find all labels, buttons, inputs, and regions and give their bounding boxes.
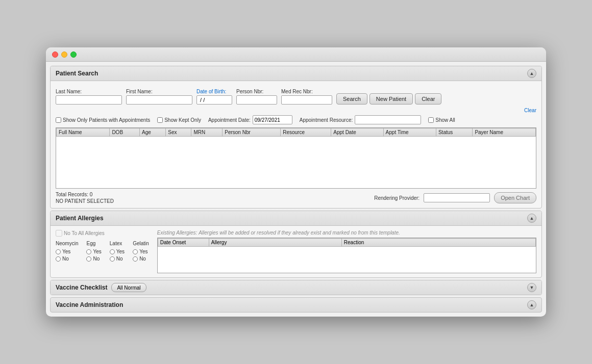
latex-no-radio[interactable] — [110, 256, 115, 262]
egg-no-radio[interactable] — [86, 256, 91, 262]
no-allergies-label: No To All Allergies — [64, 230, 105, 236]
col-status: Status — [436, 128, 472, 137]
clear-button[interactable]: Clear — [415, 93, 441, 105]
gelatin-yes-radio[interactable] — [133, 249, 138, 254]
show-all-checkbox-label[interactable]: Show All — [428, 117, 455, 123]
patient-search-body: Last Name: First Name: Date of Birth: Pe… — [51, 81, 541, 208]
existing-allergies-note: Allergies will be added or resolved if t… — [199, 230, 400, 236]
show-kept-only-checkbox[interactable] — [157, 117, 163, 123]
options-row: Show Only Patients with Appointments Sho… — [56, 115, 536, 124]
gelatin-yes-label[interactable]: Yes — [133, 249, 149, 254]
patient-allergies-title: Patient Allergies — [56, 215, 104, 222]
neomycin-no-radio[interactable] — [56, 256, 61, 262]
col-sex: Sex — [166, 128, 191, 137]
last-name-group: Last Name: — [56, 89, 122, 105]
window-content: Patient Search ▲ Last Name: First Name: … — [46, 62, 546, 317]
allergies-left: No To All Allergies Neomycin Yes — [56, 230, 149, 273]
appointment-resource-field: Appointment Resource: — [300, 115, 422, 124]
egg-yes-label[interactable]: Yes — [86, 249, 101, 254]
open-chart-button[interactable]: Open Chart — [494, 192, 536, 203]
appointment-date-label: Appointment Date: — [208, 117, 251, 123]
col-appt-date: Appt Date — [331, 128, 383, 137]
traffic-lights — [52, 51, 77, 58]
vaccine-administration-section: Vaccine Administration ▲ — [50, 297, 542, 313]
show-only-patients-checkbox[interactable] — [56, 117, 61, 123]
first-name-group: First Name: — [126, 89, 192, 105]
col-person-nbr: Person Nbr — [223, 128, 281, 137]
allergy-item-latex: Latex Yes No — [110, 241, 125, 262]
egg-yes-radio[interactable] — [86, 249, 91, 254]
patient-table: Full Name DOB Age Sex MRN Person Nbr Res… — [56, 128, 536, 137]
vaccine-checklist-left: Vaccine Checklist All Normal — [56, 283, 146, 292]
clear-link[interactable]: Clear — [524, 108, 536, 113]
search-button[interactable]: Search — [336, 93, 367, 105]
gelatin-no-radio[interactable] — [133, 256, 138, 262]
appointment-resource-label: Appointment Resource: — [300, 117, 353, 123]
all-normal-button[interactable]: All Normal — [111, 283, 146, 292]
neomycin-yes-label[interactable]: Yes — [56, 249, 78, 254]
show-kept-only-label: Show Kept Only — [164, 117, 201, 123]
gelatin-label: Gelatin — [133, 241, 149, 246]
allergies-body: No To All Allergies Neomycin Yes — [51, 226, 541, 277]
egg-label: Egg — [86, 241, 101, 246]
allergy-col-allergy: Allergy — [209, 239, 341, 247]
titlebar — [46, 47, 546, 62]
search-footer: Total Records: 0 NO PATIENT SELECTED Ren… — [56, 192, 536, 204]
show-all-label: Show All — [435, 117, 455, 123]
vaccine-administration-collapse[interactable]: ▲ — [527, 300, 536, 309]
latex-yes-label[interactable]: Yes — [110, 249, 125, 254]
appointment-resource-input[interactable] — [355, 115, 421, 124]
col-appt-time: Appt Time — [383, 128, 436, 137]
last-name-label: Last Name: — [56, 89, 122, 94]
no-allergies-checkbox-label[interactable]: No To All Allergies — [56, 230, 149, 237]
latex-no-label[interactable]: No — [110, 256, 125, 262]
person-nbr-input[interactable] — [236, 95, 277, 105]
total-records: Total Records: 0 — [56, 192, 114, 197]
existing-allergies-header: Existing Allergies: Allergies will be ad… — [157, 230, 536, 236]
col-age: Age — [140, 128, 166, 137]
gelatin-no-label[interactable]: No — [133, 256, 149, 262]
col-full-name: Full Name — [57, 128, 110, 137]
show-kept-only-checkbox-label[interactable]: Show Kept Only — [157, 117, 201, 123]
allergy-items: Neomycin Yes No Egg — [56, 241, 149, 262]
patient-search-title: Patient Search — [56, 70, 98, 77]
dob-label: Date of Birth: — [196, 89, 232, 94]
dob-group: Date of Birth: — [196, 89, 232, 105]
med-rec-nbr-group: Med Rec Nbr: — [281, 89, 332, 105]
close-button[interactable] — [52, 51, 58, 58]
person-nbr-label: Person Nbr: — [236, 89, 277, 94]
vaccine-checklist-title: Vaccine Checklist — [56, 284, 107, 291]
table-header-row: Full Name DOB Age Sex MRN Person Nbr Res… — [57, 128, 536, 137]
rendering-provider-input[interactable] — [424, 193, 490, 202]
col-resource: Resource — [281, 128, 331, 137]
patient-search-collapse[interactable]: ▲ — [527, 69, 536, 78]
first-name-input[interactable] — [126, 95, 192, 105]
no-allergies-checkbox[interactable] — [56, 230, 62, 237]
latex-yes-radio[interactable] — [110, 249, 115, 254]
allergies-right: Existing Allergies: Allergies will be ad… — [157, 230, 536, 273]
maximize-button[interactable] — [70, 51, 77, 58]
neomycin-yes-radio[interactable] — [56, 249, 61, 254]
neomycin-no-label[interactable]: No — [56, 256, 78, 262]
allergy-col-reaction: Reaction — [341, 239, 535, 247]
dob-input[interactable] — [196, 95, 232, 105]
patient-allergies-collapse[interactable]: ▲ — [527, 214, 536, 223]
med-rec-nbr-input[interactable] — [281, 95, 332, 105]
show-only-patients-checkbox-label[interactable]: Show Only Patients with Appointments — [56, 117, 150, 123]
col-payer-name: Payer Name — [473, 128, 536, 137]
allergy-table-container: Date Onset Allergy Reaction — [157, 238, 536, 273]
med-rec-nbr-label: Med Rec Nbr: — [281, 89, 332, 94]
existing-allergies-label: Existing Allergies: — [157, 230, 198, 236]
main-window: Patient Search ▲ Last Name: First Name: … — [46, 47, 546, 317]
allergy-table: Date Onset Allergy Reaction — [158, 238, 536, 247]
appointment-date-input[interactable] — [253, 115, 292, 124]
egg-no-label[interactable]: No — [86, 256, 101, 262]
minimize-button[interactable] — [61, 51, 67, 58]
vaccine-checklist-header: Vaccine Checklist All Normal ▼ — [51, 280, 541, 295]
show-all-checkbox[interactable] — [428, 117, 434, 123]
last-name-input[interactable] — [56, 95, 122, 105]
vaccine-checklist-collapse[interactable]: ▼ — [527, 283, 536, 292]
new-patient-button[interactable]: New Patient — [369, 93, 413, 105]
patient-search-header: Patient Search ▲ — [51, 66, 541, 81]
patient-allergies-section: Patient Allergies ▲ No To All Allergies … — [50, 211, 542, 278]
